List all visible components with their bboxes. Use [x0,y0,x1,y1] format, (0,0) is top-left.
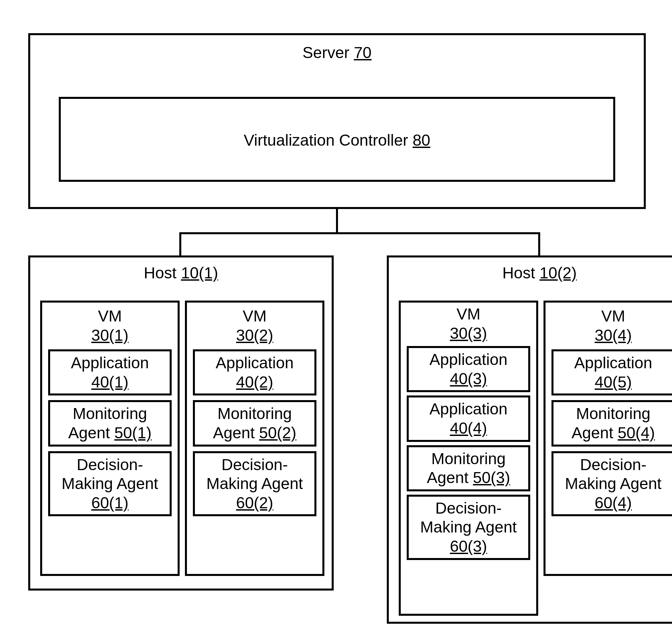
agent-50-2: Monitoring Agent 50(2) [193,400,316,446]
server-label: Server 70 [30,43,644,62]
app-40-5: Application 40(5) [551,349,672,395]
vm-30-3-title: VM 30(3) [401,305,536,343]
host-1-box: Host 10(1) VM 30(1) Application 40(1) Mo… [28,256,334,591]
agent-60-4: Decision- Making Agent 60(4) [551,451,672,517]
controller-box: Virtualization Controller 80 [59,97,615,182]
connector-host2-down [538,232,540,256]
vm-30-3: VM 30(3) Application 40(3) Application 4… [399,301,538,616]
vm-30-2-title: VM 30(2) [187,307,322,345]
agent-60-2: Decision- Making Agent 60(2) [193,451,316,517]
app-40-3: Application 40(3) [407,346,530,392]
agent-50-1: Monitoring Agent 50(1) [48,400,172,446]
vm-30-1: VM 30(1) Application 40(1) Monitoring Ag… [40,301,180,576]
agent-60-1: Decision- Making Agent 60(1) [48,451,172,517]
app-40-2: Application 40(2) [193,349,316,395]
controller-label: Virtualization Controller 80 [61,131,613,150]
host-2-label: Host 10(2) [389,263,672,283]
connector-horizontal [179,232,540,234]
vm-30-4-title: VM 30(4) [546,307,672,345]
host-2-box: Host 10(2) VM 30(3) Application 40(3) Ap… [387,256,672,624]
vm-30-1-title: VM 30(1) [42,307,177,345]
app-40-1: Application 40(1) [48,349,172,395]
agent-60-3: Decision- Making Agent 60(3) [407,495,530,560]
connector-server-down [336,209,338,232]
connector-host1-down [179,232,181,256]
vm-30-4: VM 30(4) Application 40(5) Monitoring Ag… [544,301,672,576]
agent-50-4: Monitoring Agent 50(4) [551,400,672,446]
vm-30-2: VM 30(2) Application 40(2) Monitoring Ag… [185,301,324,576]
app-40-4: Application 40(4) [407,395,530,442]
agent-50-3: Monitoring Agent 50(3) [407,445,530,491]
server-box: Server 70 Virtualization Controller 80 [28,33,646,209]
host-1-label: Host 10(1) [30,263,332,283]
diagram-canvas: Server 70 Virtualization Controller 80 H… [0,0,672,635]
